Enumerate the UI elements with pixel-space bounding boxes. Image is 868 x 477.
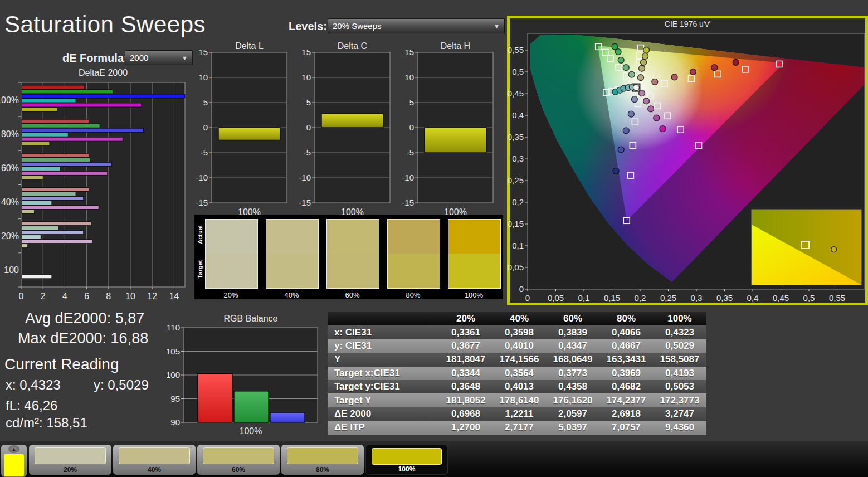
deltae-bar-60%-3 (22, 167, 61, 171)
svg-text:10: 10 (198, 72, 208, 82)
svg-text:0,1: 0,1 (578, 293, 590, 303)
levels-select[interactable]: 20% Sweeps ▼ (328, 18, 505, 33)
svg-text:10: 10 (125, 291, 135, 301)
target-swatch-20% (205, 254, 258, 289)
table-cell: 174,2377 (599, 393, 653, 407)
table-cell: 9,4360 (653, 421, 706, 434)
deltae-bar-40%-5 (22, 210, 35, 214)
cie-measured-yellow (641, 59, 647, 65)
svg-text:0: 0 (409, 123, 414, 132)
sweep-level-button-20%[interactable]: 20% (29, 445, 111, 475)
table-cell: 1,2700 (439, 421, 492, 434)
delta_c-bar (321, 114, 383, 128)
actual-swatch-60% (326, 219, 379, 254)
table-col-header: 100% (653, 312, 706, 325)
cdm2-reading: cd/m²: 158,51 (6, 415, 87, 431)
table-cell: 0,6968 (439, 407, 492, 421)
table-cell: 0,3564 (492, 367, 546, 380)
sweep-button-label: 100% (366, 465, 447, 473)
deltae-bar-100-0 (22, 275, 52, 279)
table-cell: 181,8052 (439, 393, 492, 407)
table-cell: 0,4323 (653, 325, 706, 339)
table-cell: 0,3677 (439, 339, 492, 353)
actual-swatch-20% (205, 219, 258, 254)
svg-text:-15: -15 (196, 198, 208, 207)
svg-text:2: 2 (41, 291, 46, 301)
sweep-level-button-80%[interactable]: 80% (281, 445, 364, 475)
sweep-level-button-100%[interactable]: 100% (365, 445, 448, 475)
chart-title: DeltaE 2000 (79, 68, 128, 77)
svg-text:0: 0 (19, 291, 24, 301)
svg-text:80%: 80% (1, 129, 19, 139)
table-cell: 0,4667 (599, 339, 653, 353)
sweep-level-button-60%[interactable]: 60% (197, 445, 280, 475)
deltae-bar-40%-0 (22, 188, 89, 192)
table-row-label: y: CIE31 (328, 339, 439, 353)
deltae-bar-60%-4 (22, 171, 108, 175)
cie-measured-yellow (639, 65, 645, 71)
svg-text:8: 8 (106, 291, 111, 301)
deltae-bar-80%-2 (22, 128, 144, 132)
chart-title: RGB Balance (224, 314, 278, 323)
table-cell: 0,5053 (653, 380, 706, 393)
table-cell: 7,0757 (599, 421, 653, 434)
svg-text:4: 4 (62, 291, 67, 301)
target-swatch-100% (448, 254, 501, 289)
table-cell: 0,5029 (653, 339, 706, 353)
deltae-bar-20%-0 (22, 222, 91, 226)
deltae-bar-40%-1 (22, 192, 76, 196)
table-cell: 0,4010 (492, 339, 546, 353)
svg-text:90: 90 (170, 417, 180, 427)
target-swatch-80% (387, 254, 440, 289)
max-de2000-reading: Max dE2000: 16,88 (18, 330, 148, 347)
deltae-bar-20%-3 (22, 235, 41, 239)
svg-text:0,4: 0,4 (747, 293, 759, 303)
cie-measured-magenta (654, 115, 660, 121)
de-formula-label: dE Formula: (62, 52, 128, 65)
table-cell: 0,4193 (653, 367, 706, 380)
avg-de2000-reading: Avg dE2000: 5,87 (25, 310, 144, 327)
table-cell: 181,8047 (439, 353, 492, 366)
svg-text:0,25: 0,25 (508, 176, 524, 185)
svg-text:10: 10 (301, 72, 311, 82)
cie-measured-yellow (643, 47, 650, 53)
actual-target-swatch-panel: Actual Target 20%40%60%80%100% (194, 215, 503, 299)
chart-title: CIE 1976 u'v' (665, 20, 710, 28)
current-patch-button[interactable]: ▲ (1, 445, 27, 477)
sweep-level-button-40%[interactable]: 40% (113, 445, 196, 475)
sweep-button-label: 20% (29, 466, 111, 474)
table-row-label: Target Y (328, 393, 439, 407)
deltae-bar-60%-5 (22, 176, 43, 179)
deltae-bar-20%-1 (22, 226, 58, 230)
deltae-bar-100%-1 (22, 90, 113, 94)
delta-l-chart: Delta L-15-10-5051015100% (196, 42, 291, 216)
svg-text:0,55: 0,55 (508, 45, 524, 55)
swatch-column-label: 60% (326, 291, 378, 299)
chart-title: Delta C (338, 42, 367, 51)
rgb-bar-green (234, 391, 269, 422)
chart-title: Delta L (235, 42, 264, 51)
chevron-down-icon: ▼ (182, 55, 188, 61)
svg-text:0,05: 0,05 (548, 293, 564, 303)
table-cell: 3,2747 (653, 407, 706, 421)
de-formula-select[interactable]: 2000 ▼ (125, 50, 193, 65)
chart-title: Delta H (441, 42, 470, 51)
cie-measured-yellow (638, 75, 644, 81)
svg-text:0,25: 0,25 (660, 293, 676, 303)
svg-text:110: 110 (167, 323, 180, 332)
cie-1976-uv-chart: CIE 1976 u'v'00,050,10,150,20,250,30,350… (507, 16, 868, 305)
deltae-bar-40%-4 (22, 206, 99, 210)
deltae-bar-100%-2 (22, 94, 185, 98)
svg-text:0,15: 0,15 (508, 219, 524, 228)
cie-measured-blue (623, 128, 629, 134)
swatch-column-label: 100% (448, 291, 500, 299)
table-cell: 0,3598 (492, 325, 546, 339)
svg-text:15: 15 (404, 47, 414, 57)
cie-measured-blue (618, 147, 624, 153)
cie-measured-magenta (639, 90, 645, 96)
actual-swatch-100% (448, 219, 501, 254)
sweep-swatch (119, 447, 190, 464)
table-cell: 5,0397 (546, 421, 599, 434)
cie-measured-green (628, 71, 635, 77)
actual-row-label: Actual (197, 218, 203, 251)
